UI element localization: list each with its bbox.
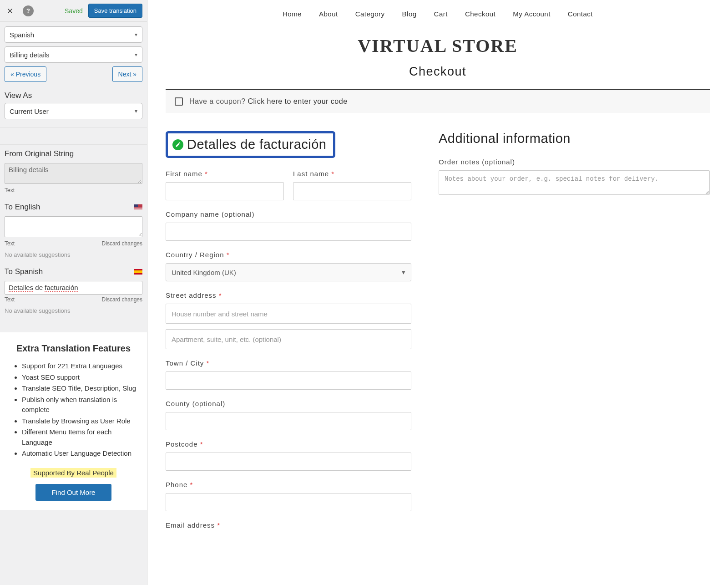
coupon-link[interactable]: Click here to enter your code [248, 97, 347, 105]
extra-item: Translate by Browsing as User Role [22, 416, 141, 427]
coupon-bar: Have a coupon? Click here to enter your … [166, 89, 710, 113]
supported-text: Supported By Real People [30, 468, 116, 478]
street-field-2[interactable] [166, 329, 411, 349]
postcode-field[interactable] [166, 453, 411, 471]
to-spanish-label: To Spanish [5, 267, 43, 276]
view-as-label: View As [0, 86, 147, 103]
nav-account[interactable]: My Account [513, 10, 551, 18]
string-select-value: Billing details [10, 51, 50, 59]
country-select[interactable]: United Kingdom (UK) [166, 263, 411, 281]
extra-item: Yoast SEO support [22, 372, 141, 383]
company-label: Company name (optional) [166, 210, 411, 218]
phone-label: Phone * [166, 481, 411, 488]
postcode-label: Postcode * [166, 440, 411, 448]
extra-item: Different Menu Items for each Language [22, 427, 141, 448]
help-button[interactable]: ? [23, 5, 34, 16]
town-field[interactable] [166, 371, 411, 390]
nav-cart[interactable]: Cart [434, 10, 448, 18]
no-suggestions-es: No available suggestions [5, 307, 142, 314]
string-select[interactable]: Billing details [5, 46, 142, 63]
company-field[interactable] [166, 223, 411, 241]
order-notes-field[interactable] [439, 170, 710, 195]
coupon-question: Have a coupon? [189, 97, 248, 105]
discard-spanish-link[interactable]: Discard changes [102, 296, 142, 303]
order-notes-label: Order notes (optional) [439, 158, 710, 166]
saved-status: Saved [65, 7, 83, 15]
extra-item: Automatic User Language Detection [22, 448, 141, 459]
close-icon [6, 7, 14, 15]
close-button[interactable] [5, 5, 15, 16]
additional-info-heading: Additional information [439, 131, 710, 146]
extra-list: Support for 221 Extra Languages Yoast SE… [6, 361, 141, 459]
first-name-label: First name * [166, 170, 284, 178]
from-original-field: Billing details [5, 163, 142, 184]
coupon-icon [175, 97, 183, 106]
language-select-value: Spanish [10, 31, 34, 39]
view-as-select[interactable]: Current User [5, 103, 142, 119]
nav-home[interactable]: Home [283, 10, 302, 18]
last-name-field[interactable] [293, 182, 411, 200]
text-format-label: Text [5, 240, 15, 247]
extra-features-block: Extra Translation Features Support for 2… [0, 332, 147, 510]
site-preview: Home About Category Blog Cart Checkout M… [147, 0, 728, 585]
us-flag-icon [134, 204, 142, 210]
es-flag-icon [134, 269, 142, 275]
to-english-field[interactable] [5, 216, 142, 237]
pencil-icon [175, 142, 181, 148]
view-as-value: Current User [10, 107, 49, 115]
nav-category[interactable]: Category [355, 10, 385, 18]
text-format-label: Text [5, 296, 15, 303]
extra-item: Publish only when translation is complet… [22, 395, 141, 415]
billing-heading: Detalles de facturación [187, 137, 327, 152]
discard-english-link[interactable]: Discard changes [102, 240, 142, 247]
billing-heading-highlight[interactable]: Detalles de facturación [166, 131, 335, 158]
site-nav: Home About Category Blog Cart Checkout M… [147, 4, 728, 24]
text-format-label: Text [5, 187, 15, 193]
email-label: Email address * [166, 521, 411, 529]
town-label: Town / City * [166, 359, 411, 367]
phone-field[interactable] [166, 493, 411, 511]
last-name-label: Last name * [293, 170, 411, 178]
nav-checkout[interactable]: Checkout [465, 10, 495, 18]
find-out-more-button[interactable]: Find Out More [35, 484, 112, 501]
country-value: United Kingdom (UK) [172, 269, 236, 276]
edit-badge [172, 139, 183, 150]
to-english-label: To English [5, 203, 40, 212]
store-title: VIRTUAL STORE [147, 35, 728, 56]
nav-contact[interactable]: Contact [568, 10, 593, 18]
next-button[interactable]: Next » [112, 66, 142, 82]
no-suggestions-en: No available suggestions [5, 251, 142, 258]
nav-blog[interactable]: Blog [402, 10, 417, 18]
first-name-field[interactable] [166, 182, 284, 200]
county-field[interactable] [166, 412, 411, 430]
to-spanish-field[interactable]: Detalles de facturación [5, 281, 142, 295]
nav-about[interactable]: About [319, 10, 338, 18]
save-translation-button[interactable]: Save translation [88, 4, 142, 18]
language-select[interactable]: Spanish [5, 26, 142, 43]
extra-title: Extra Translation Features [6, 343, 141, 354]
from-original-label: From Original String [5, 149, 142, 158]
street-label: Street address * [166, 291, 411, 299]
extra-item: Support for 221 Extra Languages [22, 361, 141, 371]
page-title: Checkout [147, 65, 728, 79]
street-field-1[interactable] [166, 304, 411, 324]
county-label: County (optional) [166, 400, 411, 407]
sidebar-topbar: ? Saved Save translation [0, 0, 147, 22]
extra-item: Translate SEO Title, Description, Slug [22, 383, 141, 394]
translation-sidebar: ? Saved Save translation Spanish Billing… [0, 0, 147, 585]
country-label: Country / Region * [166, 251, 411, 259]
previous-button[interactable]: « Previous [5, 66, 46, 82]
